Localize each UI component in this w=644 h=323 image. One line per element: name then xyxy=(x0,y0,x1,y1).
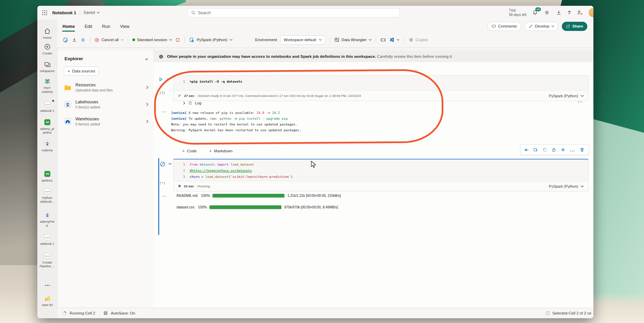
rail-item-notebook[interactable]: </>Python otebook... xyxy=(37,188,57,203)
chevron-right-icon[interactable] xyxy=(146,119,149,123)
waffle-menu-icon[interactable] xyxy=(42,10,48,16)
rail-item-pipeline[interactable]: ipeline1 xyxy=(37,170,57,182)
divider xyxy=(80,10,80,15)
develop-button[interactable]: Develop xyxy=(525,22,558,31)
explorer-item-warehouses[interactable]: Warehouses0 item(s) added xyxy=(58,113,153,130)
running-spinner xyxy=(62,311,67,316)
rail-item-label: otebook 1 xyxy=(40,109,54,113)
rail-item-more[interactable] xyxy=(37,282,57,290)
settings-gear-icon[interactable] xyxy=(544,10,550,16)
stop-cell-button[interactable] xyxy=(160,161,166,167)
lakehouse-icon xyxy=(44,211,51,219)
status-bar: Running Cell 2 AutoSave: On Selected Cel… xyxy=(57,308,593,318)
plus-icon: + xyxy=(182,149,185,153)
rail-item-label: ower BI xyxy=(42,303,53,307)
comments-button[interactable]: Comments xyxy=(487,22,521,31)
cell2-kernel-dropdown[interactable]: PySpark (Python) xyxy=(549,184,584,188)
share-button[interactable]: Share xyxy=(562,22,587,31)
explorer-item-resources[interactable]: ResourcesUploaded data and files xyxy=(58,79,153,96)
folder-icon xyxy=(64,84,72,91)
chevron-right-icon[interactable] xyxy=(146,85,149,89)
cancel-all-button[interactable]: Cancel all xyxy=(94,37,124,42)
rail-item-label: otebook 1 xyxy=(40,242,54,245)
run-settings-gear-icon[interactable] xyxy=(80,37,86,43)
code-cell-1[interactable]: 1 %pip install -U -q datasets ✓ 27 sec -… xyxy=(173,75,589,101)
svg-text:</>: </> xyxy=(45,103,50,106)
download-percent: 100% xyxy=(201,194,210,198)
cell1-code: %pip install -U -q datasets xyxy=(190,79,242,85)
search-input[interactable]: Search xyxy=(187,8,400,17)
rail-item-home[interactable]: Home xyxy=(37,28,57,39)
run-cell-button[interactable] xyxy=(158,76,164,82)
rail-item-notebook[interactable]: </>Create Pipeline ... xyxy=(37,252,57,268)
tab-home[interactable]: Home xyxy=(62,22,75,31)
log-expander[interactable]: Log xyxy=(183,101,201,105)
log-line: Note: you may need to restart the kernel… xyxy=(171,121,301,127)
frame-icon[interactable] xyxy=(380,37,386,43)
progress-bar xyxy=(209,205,281,209)
download-icon[interactable] xyxy=(556,10,562,16)
trial-status: Trial:58 days left xyxy=(509,8,526,17)
selection-label: Selected Cell 2 of 2 ce xyxy=(552,311,591,315)
help-icon[interactable]: ? xyxy=(568,10,571,15)
add-code-button[interactable]: + Code xyxy=(182,149,197,153)
clear-outputs-icon[interactable] xyxy=(533,147,538,152)
submit-save-icon[interactable] xyxy=(63,37,69,43)
export-download-icon[interactable] xyxy=(72,37,77,42)
data-wrangler-label: Data Wrangler xyxy=(342,38,367,42)
rail-item-people[interactable]: PSIT cademy xyxy=(37,78,57,94)
rail-item-powerbi[interactable]: ower BI xyxy=(37,295,57,307)
freeze-cell-icon[interactable] xyxy=(560,147,566,152)
rail-item-label: ipeline1 xyxy=(42,178,53,182)
delete-cell-icon[interactable] xyxy=(579,147,585,152)
notebook-icon: </> xyxy=(44,234,51,241)
chevron-right-icon[interactable] xyxy=(146,102,149,106)
cell1-kernel-dropdown[interactable]: PySpark (Python) xyxy=(549,94,584,98)
collapse-cell-icon[interactable] xyxy=(168,163,172,165)
convert-to-markdown-icon[interactable]: M↓ xyxy=(525,148,529,152)
tab-view[interactable]: View xyxy=(119,22,130,31)
download-progress-row: dataset.csv:100%970k/970k [00:00<00:00, … xyxy=(177,205,338,209)
notifications-bell-icon[interactable]: 69 xyxy=(532,10,538,16)
copy-cell-icon[interactable] xyxy=(542,147,547,152)
notebook-icon: </> xyxy=(44,188,51,195)
explorer-item-lakehouses[interactable]: Lakehouses0 item(s) added xyxy=(58,96,153,113)
notebook-canvas: Other people in your organization may ha… xyxy=(153,51,593,308)
language-kernel-dropdown[interactable]: PySpark (Python) xyxy=(189,37,232,43)
user-avatar[interactable] xyxy=(589,8,593,17)
lock-cell-icon[interactable] xyxy=(551,147,556,152)
rail-item-workspaces[interactable]: orkspaces xyxy=(37,61,57,73)
rail-item-create[interactable]: Create xyxy=(37,43,57,55)
download-percent: 100% xyxy=(198,205,207,209)
output-gutter-dots[interactable]: ... xyxy=(162,193,167,197)
save-status-dropdown[interactable]: Saved xyxy=(84,10,100,15)
download-file-label: README.md: xyxy=(177,194,198,198)
more-options-icon[interactable]: ... xyxy=(570,148,575,152)
collapse-cell-icon[interactable] xyxy=(167,78,171,81)
add-data-sources-button[interactable]: + Data sources xyxy=(64,67,99,75)
stop-session-icon[interactable] xyxy=(175,37,180,42)
feedback-person-icon[interactable] xyxy=(576,10,583,16)
workspace-environment-dropdown[interactable]: Workspace default xyxy=(280,35,326,45)
tab-run[interactable]: Run xyxy=(102,22,111,31)
rail-item-lakehouse[interactable]: cademy xyxy=(37,140,57,152)
environment-label[interactable]: Environment xyxy=(255,38,277,42)
home-icon xyxy=(44,28,51,35)
rail-item-pipeline[interactable]: ademy_pi peline xyxy=(37,119,57,134)
log-more-options[interactable]: ... xyxy=(578,99,583,103)
rail-item-notebook[interactable]: </>otebook 1 xyxy=(37,101,57,113)
vscode-icon[interactable] xyxy=(389,37,400,42)
rail-item-lakehouse[interactable]: ademyPre p xyxy=(37,211,57,227)
output-gutter-dots[interactable]: ... xyxy=(162,109,167,113)
session-status-dropdown[interactable]: Standard session xyxy=(132,38,172,42)
add-markdown-button[interactable]: + Markdown xyxy=(209,149,233,153)
rail-item-notebook[interactable]: </>otebook 1 xyxy=(37,234,57,245)
data-wrangler-dropdown[interactable]: Data Wrangler xyxy=(334,37,372,42)
collapse-panel-icon[interactable]: « xyxy=(145,56,148,62)
autosave-icon[interactable] xyxy=(103,311,108,316)
notebook-title[interactable]: Notebook 1 xyxy=(52,10,76,15)
copilot-button[interactable]: Copilot xyxy=(408,37,428,42)
menu-bar: HomeEditRunView Comments Develop Share xyxy=(57,19,593,33)
tab-edit[interactable]: Edit xyxy=(84,22,93,31)
code-cell-2[interactable]: 1from datasets import load_dataset2#http… xyxy=(173,159,589,191)
